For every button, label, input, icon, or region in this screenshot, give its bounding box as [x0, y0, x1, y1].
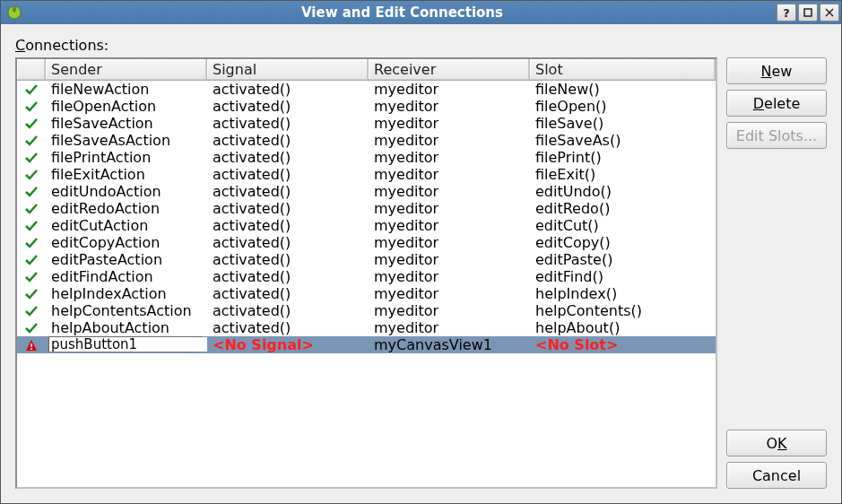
cell-sender[interactable]: ▾ [46, 336, 207, 353]
cell-slot[interactable]: fileSave() [530, 115, 716, 132]
table-row[interactable]: helpAboutActionactivated()myeditorhelpAb… [17, 319, 716, 336]
cell-receiver[interactable]: myeditor [369, 319, 530, 336]
status-valid-icon [17, 268, 46, 285]
cell-receiver[interactable]: myeditor [369, 81, 530, 98]
cell-receiver[interactable]: myeditor [369, 132, 530, 149]
ok-button[interactable]: OK [726, 430, 827, 456]
cell-receiver[interactable]: myeditor [369, 166, 530, 183]
cell-signal[interactable]: activated() [207, 217, 369, 234]
cell-signal[interactable]: activated() [207, 98, 369, 115]
cell-slot[interactable]: fileSaveAs() [530, 132, 716, 149]
cell-sender[interactable]: editPasteAction [46, 251, 207, 268]
status-valid-icon [17, 149, 46, 166]
cell-slot[interactable]: helpIndex() [530, 285, 716, 302]
cell-signal[interactable]: activated() [207, 115, 369, 132]
cell-slot[interactable]: editCut() [530, 217, 716, 234]
cell-signal[interactable]: activated() [207, 302, 369, 319]
cell-signal[interactable]: activated() [207, 166, 369, 183]
app-icon [4, 3, 24, 22]
cell-slot[interactable]: editUndo() [530, 183, 716, 200]
cell-slot[interactable]: helpContents() [530, 302, 716, 319]
window-title: View and Edit Connections [28, 4, 777, 21]
delete-button[interactable]: Delete [726, 90, 827, 117]
sender-combobox[interactable]: ▾ [48, 336, 203, 352]
help-button[interactable]: ? [777, 4, 796, 22]
cell-sender[interactable]: helpContentsAction [46, 302, 207, 319]
cell-receiver[interactable]: myeditor [369, 217, 530, 234]
table-row[interactable]: fileNewActionactivated()myeditorfileNew(… [17, 81, 716, 98]
cell-signal[interactable]: activated() [207, 200, 369, 217]
table-row[interactable]: filePrintActionactivated()myeditorfilePr… [17, 149, 716, 166]
cell-sender[interactable]: helpIndexAction [46, 285, 207, 302]
table-row[interactable]: editPasteActionactivated()myeditoreditPa… [17, 251, 716, 268]
cell-receiver[interactable]: myeditor [369, 200, 530, 217]
header-status[interactable] [17, 59, 46, 80]
table-row[interactable]: editFindActionactivated()myeditoreditFin… [17, 268, 716, 285]
cell-signal[interactable]: activated() [207, 285, 369, 302]
titlebar[interactable]: View and Edit Connections ? [1, 1, 841, 24]
cell-sender[interactable]: editFindAction [46, 268, 207, 285]
cell-signal[interactable]: activated() [207, 183, 369, 200]
table-row[interactable]: editCopyActionactivated()myeditoreditCop… [17, 234, 716, 251]
header-receiver[interactable]: Receiver [369, 59, 530, 80]
cell-signal[interactable]: activated() [207, 81, 369, 98]
table-row[interactable]: fileSaveAsActionactivated()myeditorfileS… [17, 132, 716, 149]
cell-slot[interactable]: fileExit() [530, 166, 716, 183]
cell-sender[interactable]: editRedoAction [46, 200, 207, 217]
cell-receiver[interactable]: myeditor [369, 149, 530, 166]
cell-receiver[interactable]: myeditor [369, 183, 530, 200]
table-row[interactable]: ▾<No Signal>myCanvasView1<No Slot> [17, 336, 716, 353]
table-row[interactable]: editCutActionactivated()myeditoreditCut(… [17, 217, 716, 234]
cell-signal[interactable]: activated() [207, 132, 369, 149]
new-button[interactable]: New [726, 57, 827, 84]
table-body[interactable]: fileNewActionactivated()myeditorfileNew(… [17, 81, 716, 487]
cell-signal[interactable]: activated() [207, 251, 369, 268]
cell-receiver[interactable]: myeditor [369, 251, 530, 268]
sender-input[interactable] [49, 337, 207, 352]
table-row[interactable]: fileExitActionactivated()myeditorfileExi… [17, 166, 716, 183]
cancel-button[interactable]: Cancel [726, 462, 827, 489]
cell-slot[interactable]: filePrint() [530, 149, 716, 166]
cell-slot[interactable]: editRedo() [530, 200, 716, 217]
table-row[interactable]: fileSaveActionactivated()myeditorfileSav… [17, 115, 716, 132]
cell-receiver[interactable]: myeditor [369, 98, 530, 115]
cell-signal[interactable]: activated() [207, 149, 369, 166]
cell-slot[interactable]: editPaste() [530, 251, 716, 268]
table-row[interactable]: helpIndexActionactivated()myeditorhelpIn… [17, 285, 716, 302]
cell-slot[interactable]: fileOpen() [530, 98, 716, 115]
cell-sender[interactable]: editCopyAction [46, 234, 207, 251]
cell-receiver[interactable]: myeditor [369, 234, 530, 251]
cell-slot[interactable]: editFind() [530, 268, 716, 285]
table-row[interactable]: fileOpenActionactivated()myeditorfileOpe… [17, 98, 716, 115]
cell-slot[interactable]: helpAbout() [530, 319, 716, 336]
table-row[interactable]: editRedoActionactivated()myeditoreditRed… [17, 200, 716, 217]
cell-receiver[interactable]: myCanvasView1 [369, 336, 530, 353]
cell-sender[interactable]: filePrintAction [46, 149, 207, 166]
table-row[interactable]: helpContentsActionactivated()myeditorhel… [17, 302, 716, 319]
close-button[interactable] [820, 4, 839, 22]
cell-signal[interactable]: activated() [207, 319, 369, 336]
cell-signal[interactable]: activated() [207, 234, 369, 251]
cell-sender[interactable]: editUndoAction [46, 183, 207, 200]
cell-sender[interactable]: fileSaveAsAction [46, 132, 207, 149]
cell-receiver[interactable]: myeditor [369, 115, 530, 132]
cell-slot[interactable]: editCopy() [530, 234, 716, 251]
cell-sender[interactable]: fileOpenAction [46, 98, 207, 115]
table-row[interactable]: editUndoActionactivated()myeditoreditUnd… [17, 183, 716, 200]
header-signal[interactable]: Signal [207, 59, 369, 80]
maximize-button[interactable] [798, 4, 818, 22]
cell-slot[interactable]: <No Slot> [530, 336, 716, 353]
cell-sender[interactable]: fileExitAction [46, 166, 207, 183]
cell-sender[interactable]: helpAboutAction [46, 319, 207, 336]
cell-receiver[interactable]: myeditor [369, 302, 530, 319]
cell-signal[interactable]: <No Signal> [207, 336, 369, 353]
header-sender[interactable]: Sender [46, 59, 207, 80]
cell-sender[interactable]: fileNewAction [46, 81, 207, 98]
cell-receiver[interactable]: myeditor [369, 285, 530, 302]
cell-receiver[interactable]: myeditor [369, 268, 530, 285]
cell-signal[interactable]: activated() [207, 268, 369, 285]
cell-slot[interactable]: fileNew() [530, 81, 716, 98]
cell-sender[interactable]: editCutAction [46, 217, 207, 234]
header-slot[interactable]: Slot [530, 59, 716, 80]
cell-sender[interactable]: fileSaveAction [46, 115, 207, 132]
